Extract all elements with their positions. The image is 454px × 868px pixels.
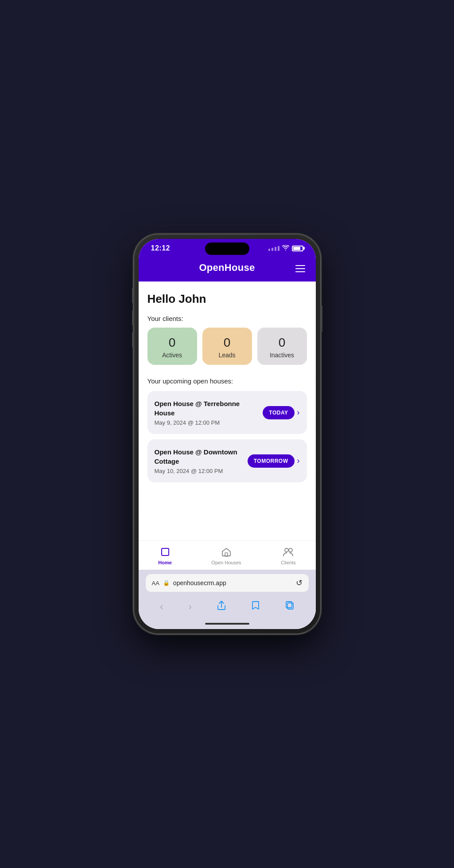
inactives-card[interactable]: 0 Inactives: [257, 328, 307, 365]
tomorrow-badge: TOMORROW: [248, 454, 295, 468]
svg-rect-4: [287, 603, 293, 609]
phone-screen: 12:12: [139, 239, 316, 629]
reload-button[interactable]: ↺: [296, 578, 303, 588]
client-cards-container: 0 Actives 0 Leads 0 Inactives: [147, 328, 307, 365]
nav-item-open-houses[interactable]: Open Houses: [204, 545, 248, 567]
leads-count: 0: [224, 336, 231, 350]
url-text: openhousecrm.app: [173, 579, 226, 586]
inactives-label: Inactives: [270, 352, 294, 359]
bookmarks-button[interactable]: [251, 601, 260, 613]
bottom-nav: Home Open Houses: [139, 540, 316, 570]
nav-label-open-houses: Open Houses: [211, 560, 241, 565]
oh-info-today: Open House @ Terrebonne House May 9, 202…: [155, 399, 258, 426]
oh-title-today: Open House @ Terrebonne House: [155, 399, 258, 418]
oh-date-tomorrow: May 10, 2024 @ 12:00 PM: [155, 468, 242, 474]
safari-toolbar: ‹ ›: [139, 597, 316, 620]
chevron-right-icon: ›: [297, 408, 300, 417]
battery-icon: [292, 246, 303, 251]
leads-card[interactable]: 0 Leads: [202, 328, 252, 365]
hamburger-line-3: [295, 271, 305, 272]
oh-right-tomorrow: TOMORROW ›: [248, 454, 300, 468]
app-title: OpenHouse: [199, 262, 255, 274]
notch: [205, 242, 249, 255]
phone-frame: 12:12: [134, 235, 320, 633]
browser-bar: AA 🔒 openhousecrm.app ↺: [139, 570, 316, 597]
svg-rect-5: [286, 602, 292, 608]
chevron-right-icon-2: ›: [297, 456, 300, 465]
url-left: AA 🔒 openhousecrm.app: [152, 579, 226, 586]
nav-label-clients: Clients: [281, 560, 296, 565]
open-house-card-tomorrow[interactable]: Open House @ Downtown Cottage May 10, 20…: [147, 439, 307, 482]
url-bar[interactable]: AA 🔒 openhousecrm.app ↺: [146, 574, 309, 592]
oh-date-today: May 9, 2024 @ 12:00 PM: [155, 419, 258, 426]
svg-point-3: [289, 548, 292, 552]
open-houses-nav-icon: [221, 547, 231, 559]
oh-right-today: TODAY ›: [263, 406, 299, 419]
status-time: 12:12: [151, 244, 170, 252]
home-indicator: [139, 620, 316, 629]
status-bar: 12:12: [139, 239, 316, 256]
signal-icon: [268, 246, 279, 251]
app-header: OpenHouse: [139, 256, 316, 282]
svg-point-2: [285, 548, 288, 552]
nav-item-home[interactable]: Home: [151, 545, 179, 567]
greeting-text: Hello John: [147, 292, 307, 306]
hamburger-line-2: [295, 268, 305, 269]
open-house-card-today[interactable]: Open House @ Terrebonne House May 9, 202…: [147, 391, 307, 434]
leads-label: Leads: [218, 352, 235, 359]
oh-title-tomorrow: Open House @ Downtown Cottage: [155, 447, 242, 466]
clients-label: Your clients:: [147, 315, 307, 322]
forward-button[interactable]: ›: [188, 601, 191, 613]
home-icon: [160, 547, 170, 559]
actives-card[interactable]: 0 Actives: [147, 328, 197, 365]
home-bar: [205, 623, 249, 625]
clients-nav-icon: [283, 547, 294, 559]
hamburger-line-1: [295, 265, 305, 266]
actives-label: Actives: [162, 352, 182, 359]
nav-item-clients[interactable]: Clients: [274, 545, 303, 567]
menu-button[interactable]: [294, 263, 307, 274]
lock-icon: 🔒: [163, 580, 170, 586]
today-badge: TODAY: [263, 406, 294, 419]
oh-info-tomorrow: Open House @ Downtown Cottage May 10, 20…: [155, 447, 242, 474]
open-houses-label: Your upcoming open houses:: [147, 377, 307, 385]
tabs-button[interactable]: [285, 601, 294, 613]
inactives-count: 0: [279, 336, 286, 350]
actives-count: 0: [169, 336, 176, 350]
nav-label-home: Home: [158, 560, 172, 565]
back-button[interactable]: ‹: [160, 601, 163, 613]
svg-rect-0: [162, 548, 169, 555]
status-icons: [268, 245, 303, 252]
share-button[interactable]: [217, 601, 226, 613]
wifi-icon: [282, 245, 289, 252]
aa-text: AA: [152, 580, 159, 586]
main-content: Hello John Your clients: 0 Actives 0 Lea…: [139, 282, 316, 540]
